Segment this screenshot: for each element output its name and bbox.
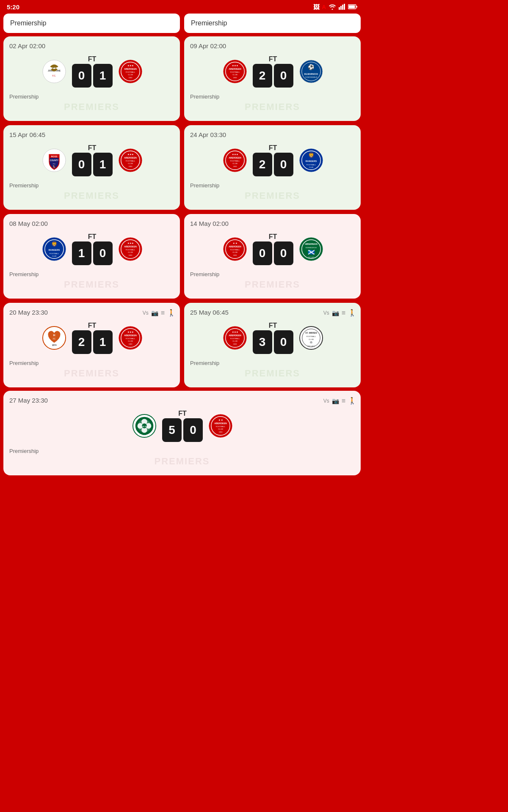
watermark-5: PREMIERS [245,279,300,290]
home-team-logo-1: ★ ★ ★ ABERDEEN FOOTBALL CLUB 1903 [221,58,248,85]
away-score-3: 0 [274,153,293,176]
svg-rect-6 [356,6,357,8]
home-team-logo-5: ★ ★ ABERDEEN FOOTBALL CLUB 1903 [221,236,248,263]
match-card-6[interactable]: 20 May 23:30 Vs 📷 ≡ 🚶 H FC 1874 FT [3,303,180,387]
svg-text:CLUB: CLUB [232,340,237,342]
score-section-8: FT 5 0 [162,410,203,442]
battery-icon [348,4,357,9]
match-league-4: Premiership [9,271,175,277]
svg-text:ABERDEEN: ABERDEEN [214,422,227,425]
svg-text:ABERDEEN: ABERDEEN [124,334,137,337]
match-date-0: 02 Apr 02:00 [9,42,175,49]
match-card-2[interactable]: 15 Apr 06:45 ROSS COUNTY F C 🦌 FT [3,125,180,210]
top-header: Premiership Premiership [0,14,364,36]
score-label-0: FT [88,55,97,63]
match-card-5[interactable]: 14 May 02:00 ★ ★ ABERDEEN FOOTBALL CLUB … [184,214,361,299]
match-grid: 02 Apr 02:00 ST. JOHNSTONE F.C. FT 0 1 [0,36,364,391]
status-icons: 🖼 A [313,3,357,11]
svg-text:🦁: 🦁 [308,152,315,158]
away-team-logo-4: ★ ★ ★ ABERDEEN FOOTBALL CLUB 1903 [117,236,144,263]
wifi-icon [329,4,336,10]
svg-text:🏴󠁧󠁢󠁳󠁣󠁴󠁿: 🏴󠁧󠁢󠁳󠁣󠁴󠁿 [307,249,315,256]
header-card-left[interactable]: Premiership [3,14,180,33]
score-section-1: FT 2 0 [253,55,293,88]
svg-text:FOOTBALL: FOOTBALL [230,337,240,340]
photo-icon: 🖼 [313,3,320,11]
walk-icon-7[interactable]: 🚶 [348,309,356,317]
svg-text:FOOTBALL: FOOTBALL [230,71,240,73]
svg-text:CLUB: CLUB [128,74,133,76]
svg-text:1903: 1903 [128,77,132,79]
away-score-4: 0 [93,241,113,265]
away-score-1: 0 [274,64,293,88]
svg-rect-5 [349,5,355,8]
score-label-3: FT [269,144,277,152]
svg-text:CLUB: CLUB [232,74,237,76]
camera-icon-8[interactable]: 📷 [332,398,339,404]
svg-text:★ ★: ★ ★ [233,242,237,244]
camera-icon-6[interactable]: 📷 [151,310,158,316]
svg-text:ABERDEEN: ABERDEEN [229,245,241,248]
svg-text:FOOTBALL: FOOTBALL [306,335,316,337]
score-section-3: FT 2 0 [253,144,293,176]
away-team-logo-5: HIBERNIAN EDINBURGH 🏴󠁧󠁢󠁳󠁣󠁴󠁿 EST 1875 [298,236,325,263]
svg-text:EDINBURGH: EDINBURGH [305,247,316,249]
svg-text:1888: 1888 [143,434,146,436]
camera-icon-7[interactable]: 📷 [332,310,339,316]
match-content-0: ST. JOHNSTONE F.C. FT 0 1 [9,51,175,90]
match-league-2: Premiership [9,182,175,189]
svg-text:CLUB: CLUB [128,162,133,165]
svg-text:🦌: 🦌 [52,165,56,169]
svg-text:CLUB: CLUB [232,251,237,253]
svg-text:1903: 1903 [233,166,237,167]
match-card-3[interactable]: 24 Apr 03:30 ★ ★ ★ ABERDEEN FOOTBALL CLU… [184,125,361,210]
watermark-0: PREMIERS [64,102,119,112]
list-icon-7[interactable]: ≡ [342,309,345,317]
vs-icon-6[interactable]: Vs [143,310,149,316]
match-card-1[interactable]: 09 Apr 02:00 ★ ★ ★ ABERDEEN FOOTBALL CLU… [184,36,361,121]
svg-text:1874: 1874 [52,344,56,346]
match-card-8[interactable]: 27 May 23:30 Vs 📷 ≡ 🚶 [3,391,361,475]
list-icon-8[interactable]: ≡ [342,397,345,405]
header-card-right[interactable]: Premiership [184,14,361,33]
match-league-6: Premiership [9,360,175,366]
svg-text:ROSS: ROSS [51,155,57,158]
svg-text:FOOTBALL: FOOTBALL [306,164,316,166]
vs-icon-7[interactable]: Vs [323,310,329,316]
score-section-5: FT 0 0 [253,233,293,265]
home-score-2: 0 [72,153,91,176]
score-label-4: FT [88,233,97,241]
list-icon-6[interactable]: ≡ [161,309,165,317]
svg-text:1903: 1903 [233,77,237,79]
svg-text:EST 1875: EST 1875 [308,257,314,258]
svg-text:CLUB: CLUB [218,428,223,430]
away-team-logo-8: ★ ★ ABERDEEN FOOTBALL CLUB 1903 [207,412,234,439]
score-label-2: FT [88,144,97,152]
svg-text:EST 1877: EST 1877 [307,346,315,347]
vs-icon-8[interactable]: Vs [323,398,329,404]
score-label-6: FT [88,322,97,329]
svg-text:★ ★ ★: ★ ★ ★ [232,65,238,67]
score-section-7: FT 3 0 [253,322,293,354]
svg-text:FOOTBALL: FOOTBALL [230,249,240,251]
match-card-4[interactable]: 08 May 02:00 🦁 RANGERS FOOTBALL CLUB FT … [3,214,180,299]
svg-text:RANGERS: RANGERS [305,160,317,162]
match-card-7[interactable]: 25 May 06:45 Vs 📷 ≡ 🚶 ★ ★ ★ ABERDEEN FOO… [184,303,361,387]
svg-text:★ ★ ★: ★ ★ ★ [232,331,238,333]
watermark-7: PREMIERS [245,368,300,379]
svg-text:FOOTBALL: FOOTBALL [216,425,226,428]
away-score-7: 0 [274,330,293,354]
watermark-8: PREMIERS [155,456,210,467]
home-score-6: 2 [72,330,91,354]
away-score-6: 1 [93,330,113,354]
score-label-8: FT [178,410,187,417]
walk-icon-6[interactable]: 🚶 [167,309,176,317]
signal-icon [339,4,345,10]
away-team-logo-1: ⚽ KILMARNOCK CONFIDEMUS [298,58,325,85]
match-date-1: 09 Apr 02:00 [190,42,356,49]
match-date-3: 24 Apr 03:30 [190,131,356,138]
home-score-3: 2 [253,153,272,176]
svg-point-25 [299,60,322,83]
match-card-0[interactable]: 02 Apr 02:00 ST. JOHNSTONE F.C. FT 0 1 [3,36,180,121]
walk-icon-8[interactable]: 🚶 [348,397,356,405]
